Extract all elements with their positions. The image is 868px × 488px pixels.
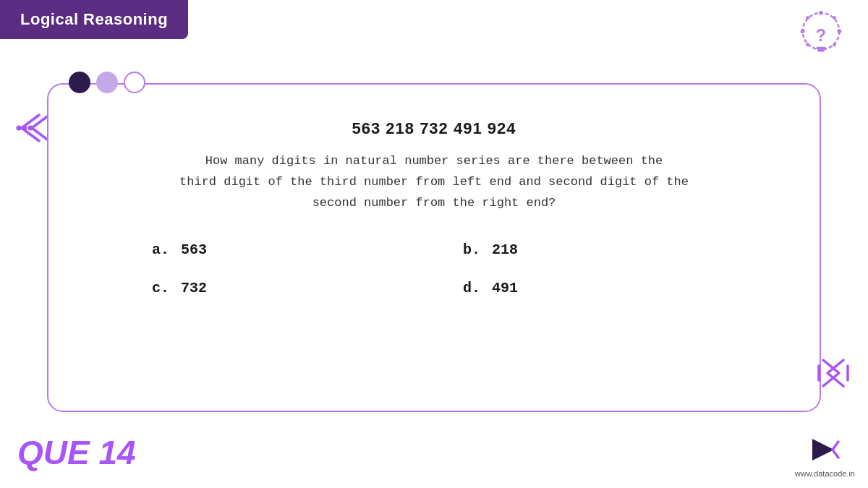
option-d-value: 491 bbox=[492, 280, 518, 296]
svg-marker-17 bbox=[812, 439, 834, 461]
option-b: b. 218 bbox=[463, 237, 716, 262]
svg-point-5 bbox=[819, 48, 823, 52]
option-a-label: a. bbox=[152, 241, 169, 258]
question-text: How many digits in natural number series… bbox=[179, 151, 689, 214]
svg-point-7 bbox=[837, 29, 841, 33]
number-series: 563 218 732 491 924 bbox=[352, 119, 516, 138]
svg-point-13 bbox=[22, 126, 27, 131]
datacode-logo: www.datacode.in bbox=[795, 432, 855, 478]
circle-outline bbox=[124, 72, 145, 93]
brain-lightbulb-icon: ? bbox=[793, 9, 849, 65]
banner-title: Logical Reasoning bbox=[20, 10, 168, 28]
option-b-value: 218 bbox=[492, 241, 518, 258]
svg-point-14 bbox=[28, 126, 33, 131]
datacode-logo-icon bbox=[807, 432, 843, 468]
svg-point-9 bbox=[833, 16, 836, 20]
circles-decoration bbox=[69, 72, 145, 93]
option-d: d. 491 bbox=[463, 275, 716, 301]
option-a-value: 563 bbox=[181, 241, 207, 258]
option-d-label: d. bbox=[463, 280, 480, 296]
question-number-label: QUE 14 bbox=[17, 433, 136, 472]
svg-point-10 bbox=[806, 43, 809, 46]
svg-point-12 bbox=[17, 126, 22, 131]
svg-point-8 bbox=[806, 16, 809, 20]
brain-icon-container: ? bbox=[793, 9, 851, 67]
options-grid: a. 563 b. 218 c. 732 d. 491 bbox=[152, 237, 716, 301]
option-c-value: 732 bbox=[181, 280, 207, 296]
option-b-label: b. bbox=[463, 241, 480, 258]
circle-light bbox=[96, 72, 118, 93]
option-c-label: c. bbox=[152, 280, 169, 296]
question-card: 563 218 732 491 924 How many digits in n… bbox=[47, 83, 821, 412]
svg-point-6 bbox=[801, 29, 805, 33]
right-chevron-decoration bbox=[813, 357, 855, 395]
option-a: a. 563 bbox=[152, 237, 405, 262]
svg-point-4 bbox=[819, 11, 823, 15]
page-banner: Logical Reasoning bbox=[0, 0, 188, 39]
svg-text:?: ? bbox=[816, 26, 826, 45]
option-c: c. 732 bbox=[152, 275, 405, 301]
circle-dark bbox=[69, 72, 90, 93]
svg-point-11 bbox=[833, 43, 836, 46]
website-text: www.datacode.in bbox=[795, 469, 855, 478]
